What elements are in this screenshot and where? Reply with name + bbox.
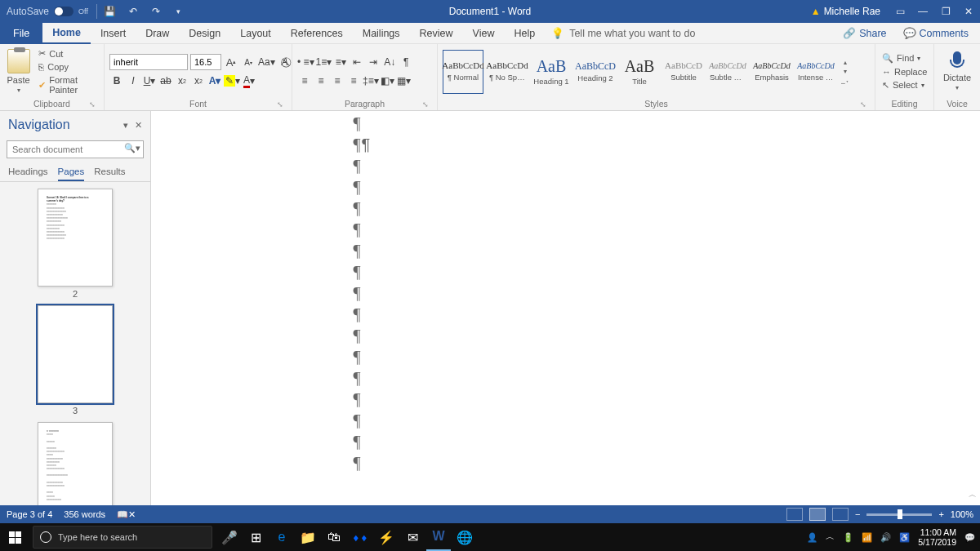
style-subtitle[interactable]: AaBbCcDSubtitle xyxy=(663,50,704,94)
decrease-indent-button[interactable]: ⇤ xyxy=(350,54,364,70)
nav-tab-headings[interactable]: Headings xyxy=(8,167,48,181)
style-heading[interactable]: AaBbCcDHeading 2 xyxy=(575,50,616,94)
multilevel-button[interactable]: ≡▾ xyxy=(333,54,348,70)
style-normal[interactable]: AaBbCcDd¶ Normal xyxy=(443,50,483,94)
volume-icon[interactable]: 🔊 xyxy=(880,532,891,543)
word-count[interactable]: 356 words xyxy=(64,509,105,519)
nav-dropdown-icon[interactable]: ▾ xyxy=(123,120,128,131)
page-thumbnail[interactable]: ━ ━━━━━━ ━━━━ ━━━━━ ━━━━━━ ━━━━━━━━━━━━━… xyxy=(38,422,113,505)
tab-view[interactable]: View xyxy=(463,23,505,44)
task-view-icon[interactable]: ⊞ xyxy=(243,523,268,551)
read-mode-button[interactable] xyxy=(786,508,803,521)
style-nospac[interactable]: AaBbCcDd¶ No Spac... xyxy=(487,50,528,94)
nav-tab-pages[interactable]: Pages xyxy=(58,167,85,181)
mic-icon[interactable]: 🎤 xyxy=(217,523,242,551)
web-layout-button[interactable] xyxy=(832,508,849,521)
line-spacing-button[interactable]: ‡≡▾ xyxy=(363,73,379,89)
save-icon[interactable]: 💾 xyxy=(99,0,122,23)
replace-button[interactable]: ↔Replace xyxy=(880,66,929,78)
document-canvas[interactable]: ¶ ¶¶ ¶¶ ¶¶ ¶¶ ¶¶ ¶¶ ¶¶ ¶¶ ¶ xyxy=(151,111,980,505)
show-marks-button[interactable]: ¶ xyxy=(399,54,413,70)
tab-layout[interactable]: Layout xyxy=(230,23,281,44)
tell-me-search[interactable]: 💡 Tell me what you want to do xyxy=(551,27,695,39)
subscript-button[interactable]: x2 xyxy=(175,73,189,89)
tab-mailings[interactable]: Mailings xyxy=(353,23,410,44)
text-effects-button[interactable]: A▾ xyxy=(207,73,222,89)
style-heading[interactable]: AaBHeading 1 xyxy=(531,50,572,94)
align-left-button[interactable]: ≡ xyxy=(297,73,312,89)
mail-icon[interactable]: ✉ xyxy=(400,523,425,551)
maximize-icon[interactable]: ❐ xyxy=(934,0,957,23)
tab-home[interactable]: Home xyxy=(42,23,91,44)
align-center-button[interactable]: ≡ xyxy=(314,73,328,89)
paste-button[interactable]: Paste ▾ xyxy=(5,49,32,94)
style-subtleem[interactable]: AaBbCcDdSubtle Em... xyxy=(707,50,748,94)
sort-button[interactable]: A↓ xyxy=(382,54,397,70)
autosave-toggle[interactable] xyxy=(54,7,74,16)
page-indicator[interactable]: Page 3 of 4 xyxy=(7,509,52,519)
zoom-out-button[interactable]: − xyxy=(855,509,860,519)
style-row-up[interactable]: ▴ xyxy=(841,59,849,67)
paragraph-dialog-launcher[interactable]: ⤡ xyxy=(421,100,430,109)
tab-draw[interactable]: Draw xyxy=(136,23,179,44)
cut-button[interactable]: ✂Cut xyxy=(35,47,99,60)
increase-indent-button[interactable]: ⇥ xyxy=(366,54,381,70)
redo-icon[interactable]: ↷ xyxy=(145,0,167,23)
undo-icon[interactable]: ↶ xyxy=(122,0,145,23)
style-emphasis[interactable]: AaBbCcDdEmphasis xyxy=(751,50,792,94)
font-size-input[interactable] xyxy=(190,54,221,70)
font-color-button[interactable]: A▾ xyxy=(242,73,256,89)
style-more-button[interactable]: ⎯▾ xyxy=(841,77,849,85)
word-icon[interactable]: W xyxy=(426,523,451,551)
print-layout-button[interactable] xyxy=(809,508,826,521)
share-button[interactable]: 🔗Share xyxy=(836,27,893,39)
clipboard-dialog-launcher[interactable]: ⤡ xyxy=(87,100,97,109)
clear-format-button[interactable]: A⃠ xyxy=(278,54,292,70)
font-dialog-launcher[interactable]: ⤡ xyxy=(275,100,285,109)
styles-dialog-launcher[interactable]: ⤡ xyxy=(858,100,868,109)
tab-insert[interactable]: Insert xyxy=(91,23,136,44)
ease-icon[interactable]: ♿ xyxy=(899,532,910,543)
nav-close-icon[interactable]: ✕ xyxy=(135,120,142,131)
notifications-icon[interactable]: 💬 xyxy=(964,532,975,543)
qatoolbar-customize-icon[interactable]: ▾ xyxy=(167,0,190,23)
tray-expand-icon[interactable]: ︿ xyxy=(826,531,835,543)
tab-file[interactable]: File xyxy=(0,23,42,44)
change-case-button[interactable]: Aa▾ xyxy=(258,54,275,70)
page-thumbnail[interactable]: Sonnet 18: Shall I compare thee to a sum… xyxy=(38,189,113,287)
shrink-font-button[interactable]: A▾ xyxy=(241,54,256,70)
wifi-icon[interactable]: 📶 xyxy=(862,532,872,543)
spellcheck-icon[interactable]: 📖✕ xyxy=(117,509,136,520)
start-button[interactable] xyxy=(0,523,29,551)
comments-button[interactable]: 💬Comments xyxy=(897,27,975,39)
nav-tab-results[interactable]: Results xyxy=(94,167,125,181)
minimize-icon[interactable]: ― xyxy=(911,0,934,23)
strikethrough-button[interactable]: ab xyxy=(158,73,173,89)
user-name[interactable]: Michelle Rae xyxy=(824,6,880,17)
zoom-slider[interactable] xyxy=(866,513,932,516)
style-row-down[interactable]: ▾ xyxy=(841,68,849,76)
italic-button[interactable]: I xyxy=(126,73,140,89)
style-intensee[interactable]: AaBbCcDdIntense E... xyxy=(795,50,836,94)
collapse-ribbon-button[interactable]: ︿ xyxy=(969,489,977,500)
style-title[interactable]: AaBTitle xyxy=(619,50,660,94)
battery-icon[interactable]: 🔋 xyxy=(843,532,853,543)
tab-design[interactable]: Design xyxy=(179,23,230,44)
dropbox-icon[interactable]: ⬧⬧ xyxy=(348,523,372,551)
tab-help[interactable]: Help xyxy=(504,23,545,44)
bold-button[interactable]: B xyxy=(109,73,124,89)
close-icon[interactable]: ✕ xyxy=(957,0,980,23)
app-icon[interactable]: ⚡ xyxy=(374,523,399,551)
bullets-button[interactable]: • ≡▾ xyxy=(297,54,314,70)
search-icon[interactable]: 🔍▾ xyxy=(124,143,140,153)
select-button[interactable]: ↖Select▾ xyxy=(880,79,929,91)
copy-button[interactable]: ⎘Copy xyxy=(35,61,99,73)
borders-button[interactable]: ▦▾ xyxy=(397,73,412,89)
align-right-button[interactable]: ≡ xyxy=(330,73,345,89)
font-name-input[interactable] xyxy=(109,54,188,70)
file-explorer-icon[interactable]: 📁 xyxy=(296,523,320,551)
superscript-button[interactable]: x2 xyxy=(191,73,206,89)
numbering-button[interactable]: 1≡▾ xyxy=(316,54,332,70)
page-thumbnail[interactable] xyxy=(38,305,113,403)
grow-font-button[interactable]: A▴ xyxy=(224,54,238,70)
